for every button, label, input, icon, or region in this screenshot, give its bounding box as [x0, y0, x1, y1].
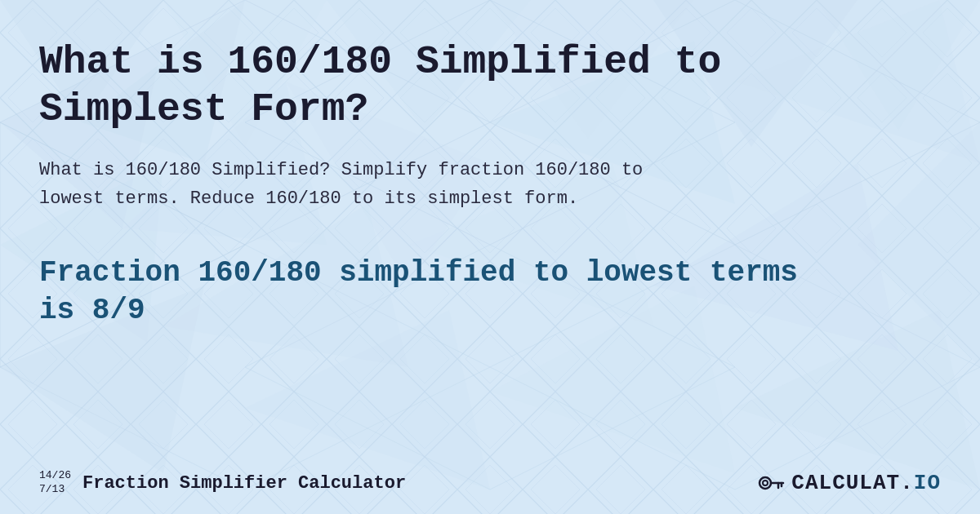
result-text: Fraction 160/180 simplified to lowest te…: [39, 255, 840, 331]
page-title: What is 160/180 Simplified to Simplest F…: [39, 39, 774, 133]
result-section: Fraction 160/180 simplified to lowest te…: [39, 255, 941, 331]
main-content: What is 160/180 Simplified to Simplest F…: [0, 0, 980, 514]
page-description: What is 160/180 Simplified? Simplify fra…: [39, 156, 709, 213]
